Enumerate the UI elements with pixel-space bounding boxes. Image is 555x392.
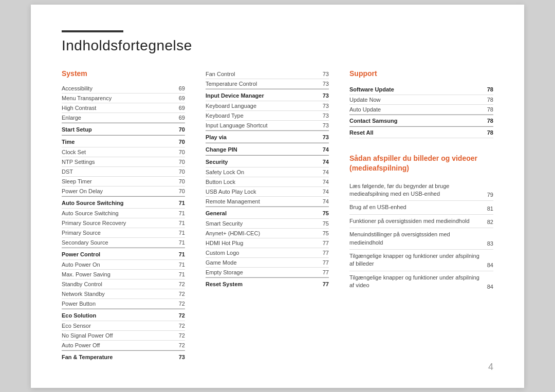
media-label: Tilgængelige knapper og funktioner under… <box>349 271 487 292</box>
toc-label: Time <box>62 135 174 147</box>
media-page: 84 <box>487 250 493 271</box>
toc-label: Safety Lock On <box>206 167 318 177</box>
media-page: 83 <box>487 228 493 250</box>
middle-column: Fan Control73Temperature Control73Input … <box>206 69 329 289</box>
media-label: Brug af en USB-enhed <box>349 201 487 214</box>
toc-row: Reset System77 <box>206 277 329 289</box>
media-page: 79 <box>487 180 493 201</box>
toc-row: Start Setup70 <box>62 123 185 135</box>
system-toc-table: Accessibility69Menu Transparency69High C… <box>62 84 185 362</box>
toc-page: 75 <box>318 207 329 218</box>
toc-page: 72 <box>174 309 185 321</box>
media-toc-row: Menuindstillinger på oversigtssiden med … <box>349 228 493 250</box>
toc-row: Eco Sensor72 <box>62 321 185 330</box>
toc-page: 74 <box>318 196 329 206</box>
toc-label: High Contrast <box>62 103 174 113</box>
toc-label: Eco Sensor <box>62 321 174 330</box>
toc-row: Temperature Control73 <box>206 79 329 88</box>
toc-row: Power Button72 <box>62 298 185 308</box>
toc-label: Auto Power On <box>62 259 174 269</box>
toc-label: Start Setup <box>62 123 174 135</box>
toc-page: 74 <box>318 155 329 167</box>
toc-row: Menu Transparency69 <box>62 93 185 103</box>
toc-row: General75 <box>206 207 329 218</box>
toc-label: Auto Source Switching <box>62 196 174 208</box>
toc-label: Standby Control <box>62 279 174 289</box>
toc-row: Sleep Timer70 <box>62 176 185 186</box>
media-label: Funktioner på oversigtssiden med mediein… <box>349 214 487 228</box>
toc-page: 78 <box>477 95 493 104</box>
toc-label: Custom Logo <box>206 248 318 257</box>
toc-row: Play via73 <box>206 130 329 142</box>
toc-label: Button Lock <box>206 177 318 186</box>
support-toc-table: Software Update78Update Now78Auto Update… <box>349 84 493 138</box>
toc-row: USB Auto Play Lock74 <box>206 186 329 196</box>
media-label: Menuindstillinger på oversigtssiden med … <box>349 228 487 250</box>
toc-row: Game Mode77 <box>206 257 329 267</box>
media-page: 84 <box>487 271 493 292</box>
support-section: Support Software Update78Update Now78Aut… <box>349 69 493 138</box>
toc-row: Update Now78 <box>349 95 493 104</box>
toc-row: Auto Update78 <box>349 104 493 114</box>
toc-row: No Signal Power Off72 <box>62 330 185 340</box>
toc-row: Button Lock74 <box>206 177 329 186</box>
toc-label: HDMI Hot Plug <box>206 238 318 248</box>
toc-row: NTP Settings70 <box>62 157 185 166</box>
toc-page: 77 <box>318 277 329 289</box>
toc-row: Auto Power Off72 <box>62 340 185 350</box>
toc-label: Clock Set <box>62 147 174 157</box>
toc-page: 70 <box>174 176 185 186</box>
toc-page: 71 <box>174 237 185 247</box>
middle-toc-table: Fan Control73Temperature Control73Input … <box>206 69 329 289</box>
toc-row: Anynet+ (HDMI-CEC)75 <box>206 228 329 238</box>
toc-label: Eco Solution <box>62 309 174 321</box>
toc-label: Network Standby <box>62 289 174 298</box>
toc-label: Sleep Timer <box>62 176 174 186</box>
toc-page: 73 <box>318 130 329 142</box>
right-column: Support Software Update78Update Now78Aut… <box>349 69 493 292</box>
toc-label: Change PIN <box>206 143 318 155</box>
toc-page: 71 <box>174 248 185 259</box>
media-page: 81 <box>487 201 493 214</box>
toc-page: 74 <box>318 143 329 155</box>
toc-row: Accessibility69 <box>62 84 185 94</box>
toc-page: 73 <box>174 350 185 362</box>
toc-row: Remote Management74 <box>206 196 329 206</box>
toc-page: 71 <box>174 196 185 208</box>
toc-label: USB Auto Play Lock <box>206 186 318 196</box>
toc-label: Enlarge <box>62 113 174 122</box>
media-toc-row: Tilgængelige knapper og funktioner under… <box>349 250 493 271</box>
toc-page: 78 <box>477 115 493 126</box>
toc-page: 73 <box>318 110 329 120</box>
toc-label: Smart Security <box>206 218 318 228</box>
toc-label: Temperature Control <box>206 79 318 88</box>
toc-row: Auto Source Switching71 <box>62 196 185 208</box>
toc-page: 70 <box>174 135 185 147</box>
toc-label: Primary Source <box>62 228 174 237</box>
media-toc-table: Læs følgende, før du begynder at bruge m… <box>349 180 493 292</box>
content-columns: System Accessibility69Menu Transparency6… <box>62 69 493 362</box>
media-toc-row: Funktioner på oversigtssiden med mediein… <box>349 214 493 228</box>
system-heading: System <box>62 69 185 78</box>
toc-row: Time70 <box>62 135 185 147</box>
toc-row: Change PIN74 <box>206 143 329 155</box>
toc-row: Keyboard Language73 <box>206 101 329 110</box>
toc-label: Fan Control <box>206 69 318 79</box>
toc-page: 78 <box>477 84 493 95</box>
toc-row: Power On Delay70 <box>62 186 185 196</box>
toc-row: Safety Lock On74 <box>206 167 329 177</box>
toc-label: No Signal Power Off <box>62 330 174 340</box>
toc-page: 72 <box>174 298 185 308</box>
toc-page: 71 <box>174 269 185 279</box>
toc-page: 69 <box>174 93 185 103</box>
toc-page: 75 <box>318 218 329 228</box>
toc-row: Enlarge69 <box>62 113 185 122</box>
toc-row: Power Control71 <box>62 248 185 259</box>
toc-page: 71 <box>174 218 185 228</box>
toc-row: Security74 <box>206 155 329 167</box>
toc-row: Fan & Temperature73 <box>62 350 185 362</box>
left-column: System Accessibility69Menu Transparency6… <box>62 69 185 362</box>
toc-row: Clock Set70 <box>62 147 185 157</box>
media-label: Læs følgende, før du begynder at bruge m… <box>349 180 487 201</box>
toc-label: Auto Source Switching <box>62 208 174 218</box>
